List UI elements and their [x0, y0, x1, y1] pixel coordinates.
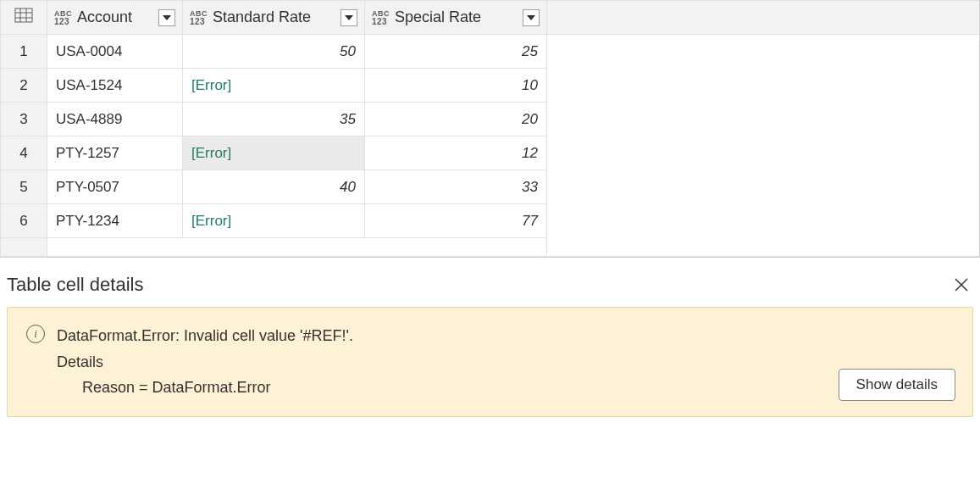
table-row[interactable]: 6PTY-1234[Error]77 [1, 204, 980, 238]
cell-special-rate[interactable]: 33 [365, 170, 547, 204]
filler-cell [547, 170, 980, 204]
cell-special-rate[interactable]: 77 [365, 204, 547, 238]
column-title: Account [77, 8, 153, 26]
cell-account[interactable]: PTY-0507 [47, 170, 183, 204]
cell-error[interactable]: [Error] [183, 69, 365, 103]
row-number-empty [1, 238, 47, 257]
filler-cell [547, 204, 980, 238]
cell-account[interactable]: PTY-1234 [47, 204, 183, 238]
filler-cell [547, 238, 980, 257]
row-number[interactable]: 5 [1, 170, 47, 204]
filter-button-special-rate[interactable] [523, 9, 540, 26]
cell-special-rate[interactable]: 20 [365, 103, 547, 136]
filler-cell [547, 136, 980, 170]
close-button[interactable] [950, 273, 973, 297]
error-details-panel: i DataFormat.Error: Invalid cell value '… [7, 307, 973, 417]
error-message: DataFormat.Error: Invalid cell value '#R… [57, 323, 353, 349]
filter-button-standard-rate[interactable] [341, 9, 357, 26]
filler-cell [547, 35, 980, 69]
table-row[interactable]: 3USA-48893520 [1, 103, 980, 136]
data-grid: ABC 123 Account ABC 123 [0, 0, 980, 258]
table-row[interactable]: 4PTY-1257[Error]12 [1, 136, 980, 170]
column-title: Special Rate [395, 8, 518, 26]
column-header-account[interactable]: ABC 123 Account [47, 1, 183, 35]
svg-marker-5 [163, 15, 171, 20]
svg-rect-0 [15, 8, 32, 22]
cell-account[interactable]: PTY-1257 [47, 136, 183, 170]
row-number[interactable]: 3 [1, 103, 47, 136]
svg-marker-6 [345, 15, 353, 20]
cell-error[interactable]: [Error] [183, 204, 365, 238]
filter-button-account[interactable] [158, 9, 175, 26]
spacer-row [1, 238, 980, 257]
svg-marker-7 [527, 15, 535, 20]
table-row[interactable]: 1USA-00045025 [1, 35, 980, 69]
table-row[interactable]: 2USA-1524[Error]10 [1, 69, 980, 103]
type-any-icon: ABC 123 [372, 9, 390, 26]
cell-special-rate[interactable]: 10 [365, 69, 547, 103]
column-header-special-rate[interactable]: ABC 123 Special Rate [365, 1, 547, 35]
type-any-icon: ABC 123 [54, 9, 72, 26]
filler-cell [547, 69, 980, 103]
error-reason: Reason = DataFormat.Error [57, 375, 353, 401]
cell-standard-rate[interactable]: 35 [183, 103, 365, 136]
cell-standard-rate[interactable]: 50 [183, 35, 365, 69]
column-header-filler [547, 1, 980, 35]
close-icon [955, 278, 968, 292]
cell-special-rate[interactable]: 25 [365, 35, 547, 69]
info-icon: i [26, 325, 45, 343]
cell-account[interactable]: USA-4889 [47, 103, 183, 136]
cell-special-rate[interactable]: 12 [365, 136, 547, 170]
filler-cell [547, 103, 980, 136]
row-number[interactable]: 4 [1, 136, 47, 170]
table-row[interactable]: 5PTY-05074033 [1, 170, 980, 204]
column-title: Standard Rate [213, 8, 335, 26]
row-number[interactable]: 6 [1, 204, 47, 238]
row-number[interactable]: 2 [1, 69, 47, 103]
cell-account[interactable]: USA-1524 [47, 69, 183, 103]
table-icon [14, 8, 33, 23]
empty-cell [47, 238, 547, 257]
row-number[interactable]: 1 [1, 35, 47, 69]
cell-account[interactable]: USA-0004 [47, 35, 183, 69]
details-panel-header: Table cell details [0, 258, 980, 307]
cell-error[interactable]: [Error] [183, 136, 365, 170]
show-details-button[interactable]: Show details [839, 369, 955, 401]
type-any-icon: ABC 123 [190, 9, 208, 26]
cell-standard-rate[interactable]: 40 [183, 170, 365, 204]
error-details-label: Details [57, 349, 353, 375]
details-panel-title: Table cell details [7, 274, 143, 296]
column-header-standard-rate[interactable]: ABC 123 Standard Rate [183, 1, 365, 35]
select-all-corner[interactable] [1, 1, 47, 35]
